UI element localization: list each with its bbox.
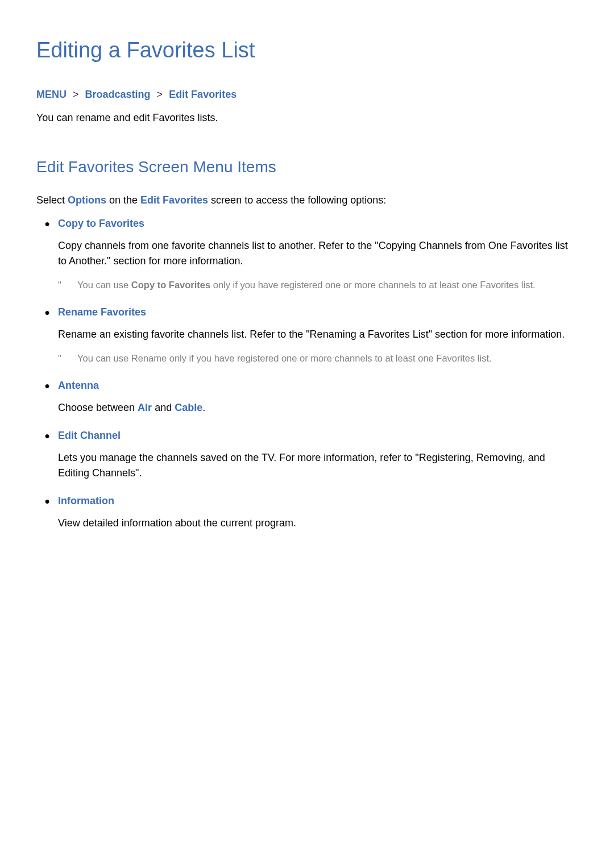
options-list: ● Copy to Favorites Copy channels from o…	[36, 216, 578, 531]
text-fragment: screen to access the following options:	[208, 194, 386, 206]
section-heading: Edit Favorites Screen Menu Items	[36, 155, 578, 179]
breadcrumb-edit-favorites: Edit Favorites	[169, 89, 237, 100]
breadcrumb-sep: >	[73, 89, 79, 100]
bullet-icon: ●	[36, 495, 58, 508]
text-fragment: You can use Rename only if you have regi…	[77, 351, 578, 366]
text-fragment: .	[202, 402, 205, 413]
list-item: ● Antenna Choose between Air and Cable.	[36, 378, 578, 416]
item-desc: Copy channels from one favorite channels…	[58, 238, 578, 269]
select-options-text: Select Options on the Edit Favorites scr…	[36, 193, 578, 208]
breadcrumb: MENU > Broadcasting > Edit Favorites	[36, 87, 578, 102]
text-fragment: Choose between	[58, 402, 138, 413]
list-item: ● Copy to Favorites Copy channels from o…	[36, 216, 578, 292]
bullet-icon: ●	[36, 429, 58, 443]
text-fragment: and	[152, 402, 175, 413]
edit-favorites-word: Edit Favorites	[140, 194, 208, 206]
text-fragment: Select	[36, 194, 68, 206]
list-item: ● Rename Favorites Rename an existing fa…	[36, 305, 578, 366]
item-title-copy-to-favorites: Copy to Favorites	[58, 216, 144, 231]
item-title-antenna: Antenna	[58, 378, 99, 393]
text-fragment: You can use	[77, 280, 131, 290]
item-desc: Choose between Air and Cable.	[58, 400, 578, 416]
bullet-icon: ●	[36, 306, 58, 319]
item-desc: Lets you manage the channels saved on th…	[58, 450, 578, 481]
item-desc: Rename an existing favorite channels lis…	[58, 327, 578, 342]
text-fragment: only if you have registered one or more …	[210, 280, 535, 290]
text-fragment: on the	[106, 194, 140, 206]
breadcrumb-menu: MENU	[36, 89, 67, 100]
intro-text: You can rename and edit Favorites lists.	[36, 110, 578, 126]
item-title-information: Information	[58, 493, 114, 509]
item-note: " You can use Copy to Favorites only if …	[58, 278, 578, 292]
item-desc: View detailed information about the curr…	[58, 516, 578, 531]
item-note: " You can use Rename only if you have re…	[58, 351, 578, 366]
item-title-edit-channel: Edit Channel	[58, 428, 121, 443]
breadcrumb-broadcasting: Broadcasting	[85, 89, 151, 100]
breadcrumb-sep: >	[157, 89, 163, 100]
options-word: Options	[68, 194, 106, 206]
item-title-rename-favorites: Rename Favorites	[58, 305, 146, 320]
list-item: ● Information View detailed information …	[36, 493, 578, 531]
antenna-air: Air	[138, 402, 152, 413]
page-title: Editing a Favorites List	[36, 34, 578, 67]
bullet-icon: ●	[36, 379, 58, 393]
bullet-icon: ●	[36, 217, 58, 231]
list-item: ● Edit Channel Lets you manage the chann…	[36, 428, 578, 481]
note-mark-icon: "	[58, 278, 77, 292]
note-mark-icon: "	[58, 351, 77, 366]
antenna-cable: Cable	[175, 402, 202, 413]
note-bold: Copy to Favorites	[131, 280, 210, 290]
